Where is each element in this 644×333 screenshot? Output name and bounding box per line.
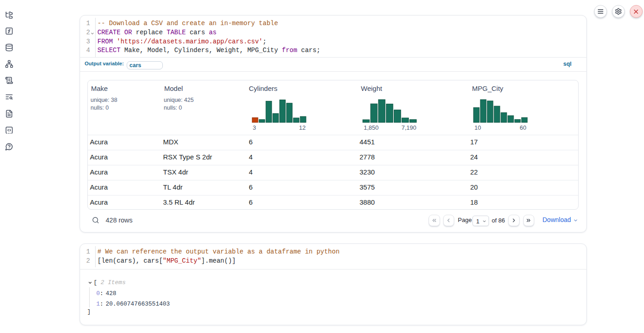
- svg-text:12: 12: [299, 124, 306, 131]
- svg-text:10: 10: [474, 124, 481, 131]
- svg-text:1,850: 1,850: [364, 124, 379, 131]
- svg-text:3: 3: [252, 124, 256, 131]
- svg-text:7,190: 7,190: [402, 124, 417, 131]
- svg-text:60: 60: [520, 124, 526, 131]
